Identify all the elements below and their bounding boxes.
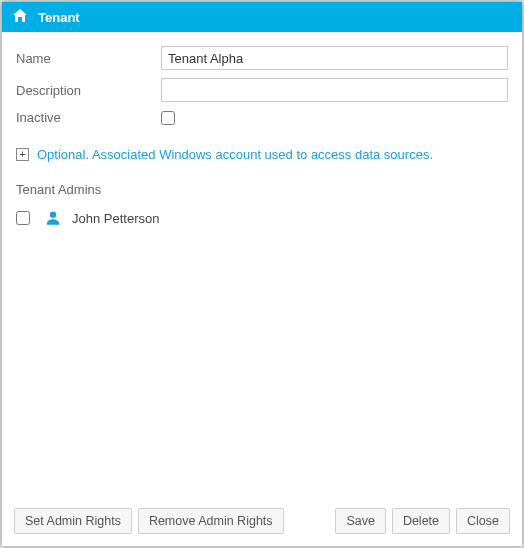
titlebar: Tenant bbox=[2, 2, 522, 32]
inactive-checkbox[interactable] bbox=[161, 111, 175, 125]
close-button[interactable]: Close bbox=[456, 508, 510, 534]
set-admin-rights-button[interactable]: Set Admin Rights bbox=[14, 508, 132, 534]
description-input[interactable] bbox=[161, 78, 508, 102]
svg-point-0 bbox=[50, 211, 56, 217]
dialog-body: Name Description Inactive + Optional. As… bbox=[2, 32, 522, 498]
home-icon bbox=[12, 9, 38, 26]
admin-name: John Petterson bbox=[72, 211, 159, 226]
description-label: Description bbox=[16, 83, 161, 98]
description-row: Description bbox=[16, 78, 508, 102]
name-input[interactable] bbox=[161, 46, 508, 70]
admin-row-checkbox[interactable] bbox=[16, 211, 30, 225]
tenant-admins-list: John Petterson bbox=[16, 207, 508, 498]
inactive-label: Inactive bbox=[16, 110, 161, 125]
inactive-row: Inactive bbox=[16, 110, 508, 125]
tenant-admins-label: Tenant Admins bbox=[16, 182, 508, 197]
dialog-footer: Set Admin Rights Remove Admin Rights Sav… bbox=[2, 498, 522, 546]
tenant-dialog: Tenant Name Description Inactive + Optio… bbox=[2, 2, 522, 546]
name-label: Name bbox=[16, 51, 161, 66]
list-item: John Petterson bbox=[16, 207, 508, 229]
window-title: Tenant bbox=[38, 10, 80, 25]
remove-admin-rights-button[interactable]: Remove Admin Rights bbox=[138, 508, 284, 534]
person-icon bbox=[44, 209, 62, 227]
name-row: Name bbox=[16, 46, 508, 70]
save-button[interactable]: Save bbox=[335, 508, 386, 534]
delete-button[interactable]: Delete bbox=[392, 508, 450, 534]
optional-account-link[interactable]: Optional. Associated Windows account use… bbox=[37, 147, 433, 162]
optional-account-expander: + Optional. Associated Windows account u… bbox=[16, 147, 508, 162]
expand-icon[interactable]: + bbox=[16, 148, 29, 161]
